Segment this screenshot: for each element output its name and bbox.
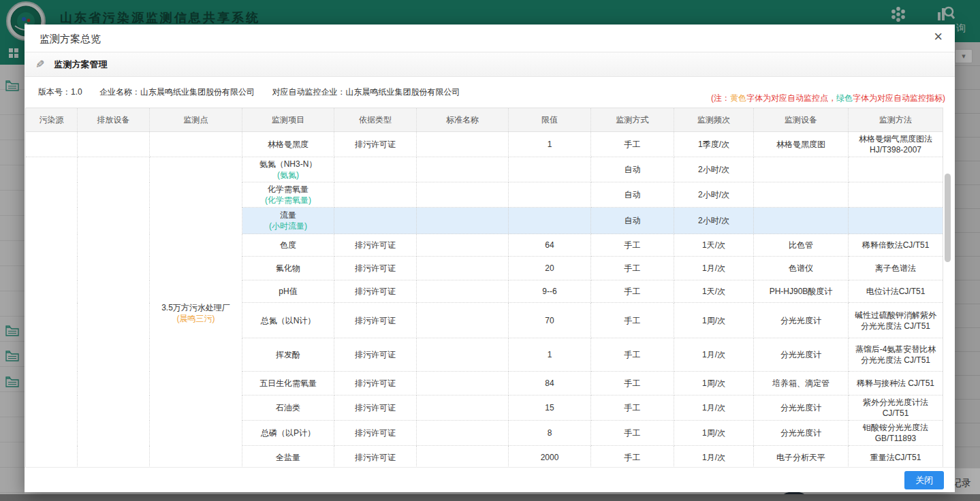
monitor-item-cell: 氟化物 — [242, 257, 334, 280]
monitor-device-cell — [754, 208, 849, 234]
monitor-device-cell — [754, 182, 849, 208]
monitor-frequency-cell: 1月/次 — [674, 257, 754, 280]
monitor-item-cell: 五日生化需氧量 — [242, 372, 334, 395]
monitor-frequency-cell: 1月/次 — [674, 338, 754, 372]
standard-name-cell — [417, 257, 509, 280]
monitor-point-cell — [150, 132, 242, 157]
basis-type-cell: 排污许可证 — [334, 338, 417, 372]
close-button[interactable]: 关闭 — [904, 471, 944, 489]
monitor-item-cell: 林格曼黑度 — [242, 132, 334, 157]
modal-header: 监测方案总览 × — [25, 25, 955, 52]
limit-value-cell: 15 — [509, 395, 591, 421]
monitor-method-cell: 林格曼烟气黑度图法HJ/T398-2007 — [849, 132, 943, 157]
standard-name-cell — [417, 208, 509, 234]
basis-type-cell: 排污许可证 — [334, 132, 417, 157]
standard-name-cell — [417, 182, 509, 208]
monitor-point-cell: 3.5万方污水处理厂(晨鸣三污) — [150, 157, 242, 470]
limit-value-cell: 20 — [509, 257, 591, 280]
discharge-device-cell — [78, 132, 150, 157]
limit-value-cell: 1 — [509, 338, 591, 372]
monitor-device-cell: 电子分析天平 — [754, 446, 849, 470]
monitor-method-cell: 紫外分光光度计法 CJ/T51 — [849, 395, 943, 421]
basis-type-cell: 排污许可证 — [334, 372, 417, 395]
column-header: 排放设备 — [78, 108, 150, 132]
monitor-frequency-cell: 2小时/次 — [674, 182, 754, 208]
basis-type-cell — [334, 208, 417, 234]
basis-type-cell: 排污许可证 — [334, 257, 417, 280]
monitor-device-cell: 分光光度计 — [754, 395, 849, 421]
monitor-method-cell: 电位计法CJ/T51 — [849, 280, 943, 303]
monitor-frequency-cell: 1月/次 — [674, 446, 754, 470]
standard-name-cell — [417, 132, 509, 157]
monitor-mode-cell: 自动 — [591, 208, 674, 234]
monitor-mode-cell: 手工 — [591, 280, 674, 303]
section-bar: ✎ 监测方案管理 — [25, 52, 955, 77]
basis-type-cell: 排污许可证 — [334, 303, 417, 338]
monitor-item-cell: 色度 — [242, 234, 334, 257]
column-header: 监测方式 — [591, 108, 674, 132]
section-title: 监测方案管理 — [54, 59, 107, 71]
standard-name-cell — [417, 234, 509, 257]
monitor-device-cell — [754, 157, 849, 182]
plan-table-header-row: 污染源排放设备监测点监测项目依据类型标准名称限值监测方式监测频次监测设备监测方法 — [26, 108, 943, 132]
plan-info-text: 版本号：1.0 企业名称：山东晨鸣纸业集团股份有限公司 对应自动监控企业：山东晨… — [38, 86, 460, 98]
monitor-item-cell: 总磷（以P计） — [242, 421, 334, 446]
limit-value-cell: 1 — [509, 132, 591, 157]
pollution-source-cell — [26, 157, 78, 470]
monitor-device-cell: 分光光度计 — [754, 303, 849, 338]
column-header: 监测频次 — [674, 108, 754, 132]
monitor-item-cell: 总氮（以N计） — [242, 303, 334, 338]
edit-pen-icon: ✎ — [35, 58, 44, 71]
monitor-method-cell: 钼酸铵分光光度法 GB/T11893 — [849, 421, 943, 446]
standard-name-cell — [417, 280, 509, 303]
company-label: 企业名称： — [99, 87, 140, 97]
column-header: 监测点 — [150, 108, 242, 132]
monitor-method-cell: 蒸馏后-4氨基安替比林 分光光度法 CJ/T51 — [849, 338, 943, 372]
monitor-device-cell: 分光光度计 — [754, 421, 849, 446]
monitor-device-cell: 分光光度计 — [754, 338, 849, 372]
table-row[interactable]: 林格曼黑度排污许可证1手工1季度/次林格曼黑度图林格曼烟气黑度图法HJ/T398… — [26, 132, 943, 157]
monitor-method-cell: 重量法CJ/T51 — [849, 446, 943, 470]
limit-value-cell — [509, 157, 591, 182]
monitor-method-cell: 稀释与接种法 CJ/T51 — [849, 372, 943, 395]
column-header: 监测设备 — [754, 108, 849, 132]
basis-type-cell — [334, 182, 417, 208]
monitor-frequency-cell: 1周/次 — [674, 372, 754, 395]
vertical-scrollbar[interactable] — [945, 174, 951, 262]
basis-type-cell: 排污许可证 — [334, 280, 417, 303]
column-header: 污染源 — [26, 108, 78, 132]
monitor-mode-cell: 手工 — [591, 338, 674, 372]
monitor-method-cell: 稀释倍数法CJ/T51 — [849, 234, 943, 257]
monitor-device-cell: 色谱仪 — [754, 257, 849, 280]
column-header: 依据类型 — [334, 108, 417, 132]
monitor-item-cell: 流量(小时流量) — [242, 208, 334, 234]
standard-name-cell — [417, 338, 509, 372]
basis-type-cell: 排污许可证 — [334, 395, 417, 421]
monitor-mode-cell: 手工 — [591, 446, 674, 470]
limit-value-cell: 2000 — [509, 446, 591, 470]
modal-title: 监测方案总览 — [39, 25, 101, 52]
monitor-mode-cell: 自动 — [591, 157, 674, 182]
monitor-frequency-cell: 1季度/次 — [674, 132, 754, 157]
monitor-frequency-cell: 1周/次 — [674, 421, 754, 446]
close-icon[interactable]: × — [934, 29, 943, 44]
version-label: 版本号： — [38, 87, 71, 97]
plan-table: 污染源排放设备监测点监测项目依据类型标准名称限值监测方式监测频次监测设备监测方法… — [25, 108, 943, 470]
modal-footer: 关闭 — [25, 467, 955, 492]
monitor-mode-cell: 手工 — [591, 303, 674, 338]
monitor-mode-cell: 手工 — [591, 234, 674, 257]
monitor-method-cell — [849, 182, 943, 208]
monitor-item-cell: pH值 — [242, 280, 334, 303]
limit-value-cell: 84 — [509, 372, 591, 395]
table-row[interactable]: 3.5万方污水处理厂(晨鸣三污)氨氮（NH3-N）(氨氮)自动2小时/次 — [26, 157, 943, 182]
standard-name-cell — [417, 395, 509, 421]
monitor-device-cell: 林格曼黑度图 — [754, 132, 849, 157]
monitor-item-cell: 氨氮（NH3-N）(氨氮) — [242, 157, 334, 182]
monitor-mode-cell: 手工 — [591, 421, 674, 446]
version-value: 1.0 — [71, 87, 82, 97]
basis-type-cell — [334, 157, 417, 182]
monitor-frequency-cell: 1月/次 — [674, 395, 754, 421]
monitor-frequency-cell: 2小时/次 — [674, 208, 754, 234]
monitor-mode-cell: 手工 — [591, 395, 674, 421]
monitor-mode-cell: 自动 — [591, 182, 674, 208]
